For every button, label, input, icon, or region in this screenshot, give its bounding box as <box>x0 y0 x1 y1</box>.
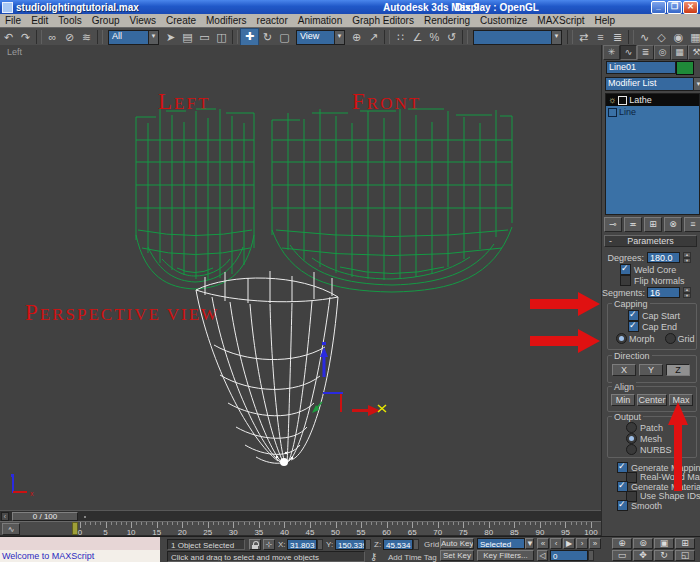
next-frame-button[interactable]: › <box>576 538 588 549</box>
parameters-rollout-header[interactable]: Parameters <box>604 235 697 247</box>
chevron-down-icon[interactable]: ▼ <box>693 77 700 91</box>
select-and-move-icon[interactable]: ✚ <box>240 28 259 46</box>
menu-views[interactable]: Views <box>125 14 162 27</box>
menu-graph-editors[interactable]: Graph Editors <box>347 14 419 27</box>
object-color-swatch[interactable] <box>676 61 694 75</box>
key-mode-dropdown[interactable]: Selected <box>477 538 525 549</box>
bind-to-space-warp-icon[interactable]: ≋ <box>78 29 95 45</box>
mirror-icon[interactable]: ⇄ <box>575 29 592 45</box>
schematic-view-icon[interactable]: ◇ <box>653 29 670 45</box>
undo-icon[interactable]: ↶ <box>0 29 17 45</box>
stack-row-line[interactable]: Line <box>606 106 699 118</box>
pin-stack-button[interactable]: ⊸ <box>604 217 622 232</box>
redo-icon[interactable]: ↷ <box>17 29 34 45</box>
pan-icon[interactable]: ✥ <box>633 550 653 561</box>
weld-core-checkbox[interactable] <box>620 264 631 275</box>
modifier-visibility-icon[interactable]: ☼ <box>608 95 616 105</box>
layer-manager-icon[interactable]: ≣ <box>609 29 626 45</box>
grid-radio[interactable] <box>665 333 676 344</box>
add-time-tag[interactable]: Add Time Tag <box>388 553 437 562</box>
previous-frame-button[interactable]: ‹ <box>550 538 562 549</box>
key-mode-dropdown-arrow[interactable]: ▼ <box>525 538 534 549</box>
minimize-button[interactable]: _ <box>651 1 666 14</box>
previous-frame-small-button[interactable]: ◁ <box>537 550 548 561</box>
selection-filter-dropdown[interactable]: All▼ <box>108 30 159 45</box>
key-icon[interactable]: ⚷ <box>370 551 377 562</box>
restore-button[interactable]: ❐ <box>667 1 682 14</box>
tab-hierarchy[interactable]: ≣ <box>637 45 654 60</box>
curve-editor-icon[interactable]: ∿ <box>636 29 653 45</box>
menu-group[interactable]: Group <box>87 14 125 27</box>
output-patch-radio[interactable] <box>626 422 637 433</box>
material-editor-icon[interactable]: ◉ <box>670 29 687 45</box>
direction-z-button[interactable]: Z <box>666 364 690 376</box>
viewport[interactable]: Left LEFT FRONT PERSPECTIVE VIEW <box>0 45 601 510</box>
menu-reactor[interactable]: reactor <box>252 14 293 27</box>
zoom-icon[interactable]: ⊕ <box>612 538 632 549</box>
align-icon[interactable]: ≡ <box>592 29 609 45</box>
select-object-icon[interactable]: ➤ <box>162 29 179 45</box>
stack-row-lathe[interactable]: ☼Lathe <box>606 94 699 106</box>
go-to-start-button[interactable]: « <box>537 538 549 549</box>
select-and-manipulate-icon[interactable]: ↗ <box>365 29 382 45</box>
maxscript-listener-pane[interactable]: Welcome to MAXScript <box>0 550 160 562</box>
menu-tools[interactable]: Tools <box>53 14 86 27</box>
direction-x-button[interactable]: X <box>612 364 636 376</box>
zoom-extents-icon[interactable]: ▣ <box>654 538 674 549</box>
direction-y-button[interactable]: Y <box>639 364 663 376</box>
align-min-button[interactable]: Min <box>611 394 635 406</box>
coord-z-field[interactable]: 45.534 <box>383 539 413 550</box>
key-filters-button[interactable]: Key Filters... <box>477 550 534 561</box>
morph-radio[interactable] <box>616 333 627 344</box>
tab-modify[interactable]: ∿ <box>620 45 637 60</box>
current-frame-spinner[interactable] <box>588 550 594 561</box>
select-and-link-icon[interactable]: ∞ <box>44 29 61 45</box>
align-max-button[interactable]: Max <box>669 394 693 406</box>
tab-display[interactable]: ▦ <box>671 45 688 60</box>
segments-field[interactable]: 16 <box>647 287 680 298</box>
window-crossing-icon[interactable]: ◫ <box>213 29 230 45</box>
play-button[interactable]: ▶ <box>563 538 575 549</box>
align-center-button[interactable]: Center <box>637 394 667 406</box>
render-setup-icon[interactable]: ▦ <box>687 29 700 45</box>
set-key-button[interactable]: Set Key <box>440 550 474 561</box>
show-end-result-button[interactable]: ≖ <box>624 217 642 232</box>
menu-edit[interactable]: Edit <box>26 14 53 27</box>
unlink-selection-icon[interactable]: ⊘ <box>61 29 78 45</box>
smooth-checkbox[interactable] <box>617 500 628 511</box>
angle-snap-icon[interactable]: ∠ <box>409 29 426 45</box>
coord-x-spinner[interactable] <box>317 539 323 550</box>
zoom-all-icon[interactable]: ⊚ <box>633 538 653 549</box>
make-unique-button[interactable]: ⊞ <box>644 217 662 232</box>
spinner-snap-icon[interactable]: ↺ <box>443 29 460 45</box>
coord-z-spinner[interactable] <box>413 539 419 550</box>
menu-customize[interactable]: Customize <box>475 14 532 27</box>
close-button[interactable]: ✕ <box>683 1 698 14</box>
use-pivot-center-icon[interactable]: ⊕ <box>348 29 365 45</box>
go-to-end-button[interactable]: » <box>589 538 601 549</box>
zoom-extents-all-icon[interactable]: ⊞ <box>675 538 695 549</box>
segments-spinner[interactable]: ▲▼ <box>683 287 691 298</box>
menu-create[interactable]: Create <box>161 14 201 27</box>
selection-lock-icon[interactable] <box>249 539 261 550</box>
snap-toggle-icon[interactable]: ∷ <box>392 29 409 45</box>
flip-normals-checkbox[interactable] <box>620 275 631 286</box>
time-slider[interactable]: ‹ 0 / 100 <box>0 510 601 521</box>
coord-y-spinner[interactable] <box>365 539 371 550</box>
reference-coordinate-dropdown[interactable]: View▼ <box>296 30 345 45</box>
mini-curve-editor-button[interactable]: ∿ <box>2 523 20 535</box>
transform-gizmo[interactable] <box>312 342 386 416</box>
remove-modifier-button[interactable]: ⊗ <box>664 217 682 232</box>
named-selection-sets-dropdown[interactable]: ▼ <box>473 30 562 45</box>
modifier-list-dropdown[interactable]: Modifier List <box>605 77 697 91</box>
coord-x-field[interactable]: 31.803 <box>287 539 317 550</box>
macro-recorder-pane[interactable] <box>0 537 160 551</box>
menu-rendering[interactable]: Rendering <box>419 14 475 27</box>
tab-motion[interactable]: ◎ <box>654 45 671 60</box>
coord-y-field[interactable]: 150.339 <box>335 539 365 550</box>
object-name-field[interactable]: Line01 <box>606 61 676 74</box>
tab-utilities[interactable]: ⚒ <box>688 45 700 60</box>
percent-snap-icon[interactable]: % <box>426 29 443 45</box>
track-bar[interactable]: ∿ 05101520253035404550556065707580859095… <box>0 521 601 536</box>
degrees-field[interactable]: 180.0 <box>647 252 680 263</box>
